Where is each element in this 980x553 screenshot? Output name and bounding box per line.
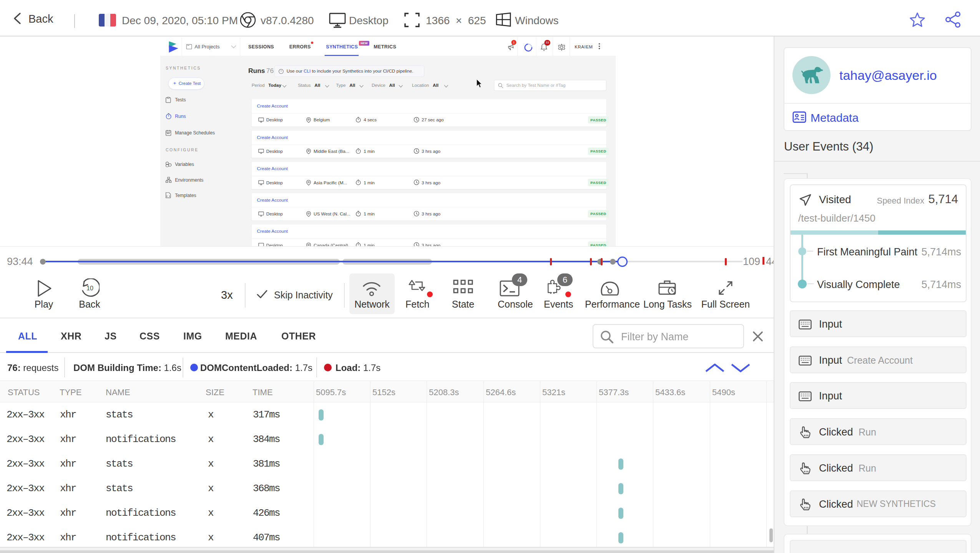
svg-text:10: 10 xyxy=(86,285,93,291)
